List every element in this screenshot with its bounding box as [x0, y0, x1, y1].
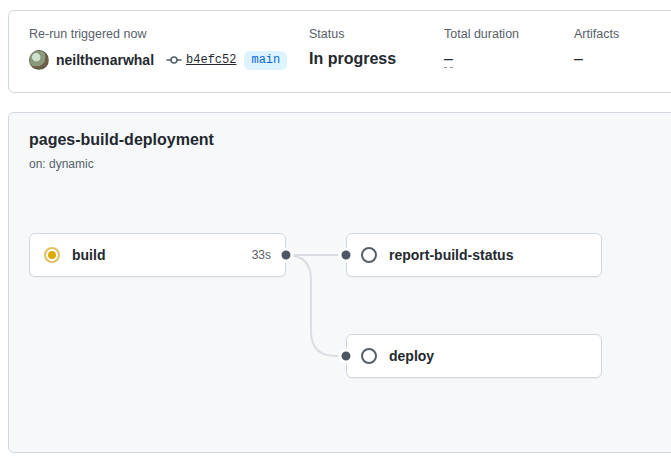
- job-label: deploy: [389, 348, 434, 364]
- branch-badge[interactable]: main: [244, 51, 287, 70]
- commit-sha-link[interactable]: b4efc52: [186, 53, 236, 67]
- job-duration: 33s: [252, 248, 271, 262]
- actor-name[interactable]: neilthenarwhal: [56, 52, 154, 68]
- connector-dot: [279, 248, 294, 263]
- git-commit-icon: [166, 52, 182, 68]
- job-label: build: [72, 247, 105, 263]
- workflow-graph-card: pages-build-deployment on: dynamic build…: [8, 112, 671, 453]
- job-node-deploy[interactable]: deploy: [346, 334, 602, 378]
- run-header-card: Re-run triggered now neilthenarwhal b4ef…: [8, 10, 671, 93]
- status-value: In progress: [309, 50, 444, 68]
- job-label: report-build-status: [389, 247, 513, 263]
- actor-avatar[interactable]: [29, 50, 49, 70]
- job-node-report-build-status[interactable]: report-build-status: [346, 233, 602, 277]
- connector-dot: [339, 248, 354, 263]
- job-node-build[interactable]: build 33s: [29, 233, 286, 277]
- actor-row: neilthenarwhal b4efc52 main: [29, 50, 309, 70]
- status-column: Status In progress: [309, 27, 444, 76]
- in-progress-spinner-icon: [44, 247, 60, 263]
- artifacts-value: –: [574, 50, 667, 68]
- duration-column: Total duration –: [444, 27, 574, 76]
- run-trigger-text: Re-run triggered now: [29, 27, 309, 41]
- connector-dot: [339, 349, 354, 364]
- duration-label: Total duration: [444, 27, 574, 41]
- run-meta-column: Re-run triggered now neilthenarwhal b4ef…: [29, 27, 309, 76]
- connector-lines: [9, 113, 671, 453]
- artifacts-label: Artifacts: [574, 27, 667, 41]
- duration-value: –: [444, 51, 453, 68]
- queued-circle-icon: [361, 348, 377, 364]
- status-label: Status: [309, 27, 444, 41]
- artifacts-column: Artifacts –: [574, 27, 667, 76]
- workflow-trigger: on: dynamic: [29, 157, 94, 171]
- queued-circle-icon: [361, 247, 377, 263]
- workflow-name: pages-build-deployment: [29, 131, 214, 149]
